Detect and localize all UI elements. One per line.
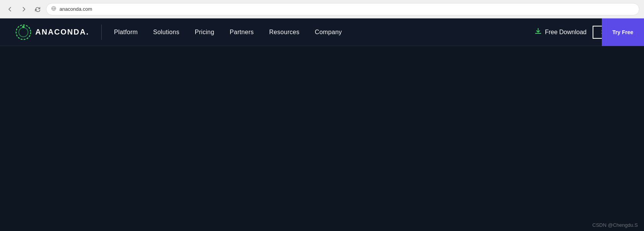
forward-button[interactable]	[18, 4, 29, 15]
watermark-text: CSDN @Chengdu.S	[592, 222, 638, 228]
free-download-button[interactable]: Free Download	[534, 27, 587, 37]
nav-link-platform[interactable]: Platform	[114, 29, 138, 36]
address-bar-icon	[51, 6, 56, 12]
nav-link-resources[interactable]: Resources	[269, 29, 300, 36]
back-button[interactable]	[5, 4, 15, 15]
nav-link-company[interactable]: Company	[315, 29, 342, 36]
svg-point-4	[22, 26, 25, 28]
navbar: ANACONDA. Platform Solutions Pricing Par…	[0, 18, 644, 46]
nav-link-solutions[interactable]: Solutions	[153, 29, 180, 36]
nav-link-pricing[interactable]: Pricing	[195, 29, 214, 36]
anaconda-logo-icon	[15, 24, 31, 40]
try-free-button[interactable]: Try Free	[602, 18, 644, 46]
download-icon	[534, 27, 542, 37]
free-download-label: Free Download	[545, 29, 587, 36]
browser-chrome	[0, 0, 644, 18]
nav-links: Platform Solutions Pricing Partners Reso…	[114, 29, 534, 36]
svg-point-3	[19, 28, 28, 37]
url-input[interactable]	[59, 6, 634, 12]
logo-text: ANACONDA.	[35, 28, 89, 36]
address-bar-wrapper[interactable]	[46, 3, 639, 15]
logo-area[interactable]: ANACONDA.	[15, 24, 89, 40]
refresh-button[interactable]	[32, 4, 43, 15]
website-content: ANACONDA. Platform Solutions Pricing Par…	[0, 18, 644, 231]
nav-divider	[101, 25, 102, 40]
main-content: CSDN @Chengdu.S	[0, 46, 644, 231]
nav-link-partners[interactable]: Partners	[230, 29, 254, 36]
